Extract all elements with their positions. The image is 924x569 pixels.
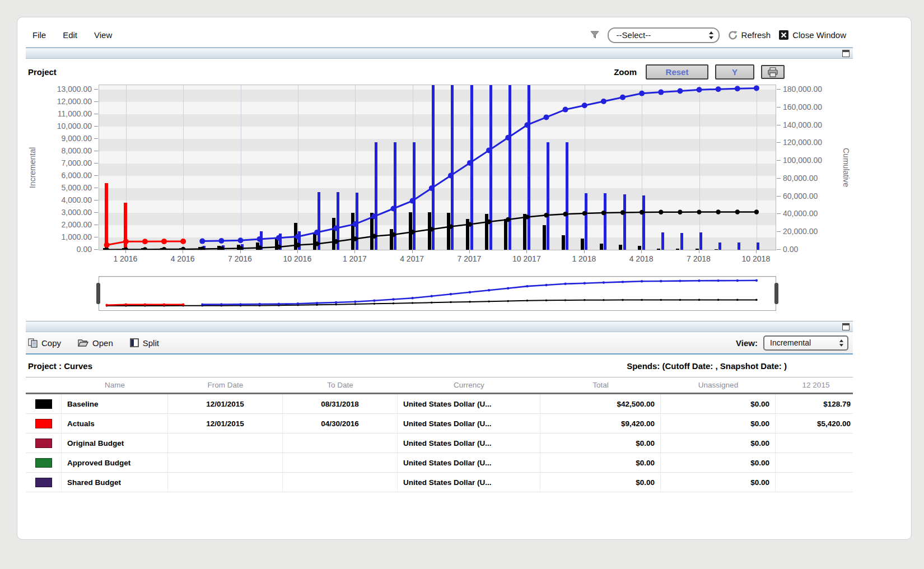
overview-point-blue_cum <box>411 297 413 299</box>
chart-body: Incremental 0.001,000.002,000.003,000.00… <box>26 85 853 250</box>
overview-point-blue_cum <box>698 279 700 282</box>
table-cell: United States Dollar (U... <box>398 473 540 492</box>
overview-point-actuals_cum <box>125 304 127 306</box>
table-header-name[interactable]: Name <box>62 377 168 393</box>
overview-point-blue_cum <box>469 291 471 293</box>
curve-swatch-cell <box>26 473 62 492</box>
table-cell: $42,500.00 <box>540 394 661 413</box>
menu-view[interactable]: View <box>94 30 112 40</box>
point-actuals_cum <box>180 239 186 244</box>
overview-point-blue_cum <box>755 279 758 282</box>
point-baseline_cum <box>582 211 587 216</box>
table-row[interactable]: Actuals12/01/201504/30/2016United States… <box>26 414 853 433</box>
table-header-unassigned[interactable]: Unassigned <box>661 377 776 393</box>
filter-select[interactable]: --Select-- <box>608 27 720 43</box>
x-axis-tick-label: 1 2017 <box>343 254 367 263</box>
table-header-total[interactable]: Total <box>540 377 661 393</box>
filter-icon <box>590 31 600 40</box>
split-label: Split <box>143 338 159 348</box>
x-axis-tick <box>641 250 642 253</box>
point-baseline_cum <box>487 220 491 224</box>
refresh-button[interactable]: Refresh <box>727 30 771 40</box>
plot-area[interactable] <box>99 85 776 250</box>
left-axis-tick-label: 3,000.00 <box>62 208 92 217</box>
overview-point-blue_cum <box>622 281 624 283</box>
table-header-to-date[interactable]: To Date <box>283 377 398 393</box>
overview-lines <box>99 277 776 310</box>
curve-color-swatch <box>35 419 52 428</box>
point-actuals_cum <box>123 239 129 244</box>
right-axis-tick-label: 120,000.00 <box>783 138 822 147</box>
point-actuals_cum <box>142 239 148 244</box>
x-axis: 1 20164 20167 201610 20161 20174 20177 2… <box>26 250 853 267</box>
copy-icon <box>28 338 38 348</box>
point-baseline_cum <box>563 212 567 216</box>
x-axis-labels: 1 20164 20167 201610 20161 20174 20177 2… <box>99 250 776 267</box>
view-select[interactable]: Incremental <box>763 335 848 351</box>
close-window-button[interactable]: Close Window <box>778 30 846 40</box>
menu-file[interactable]: File <box>32 30 46 40</box>
x-axis-tick-label: 10 2017 <box>512 254 541 263</box>
point-blue_cum <box>544 114 549 120</box>
table-header-currency[interactable]: Currency <box>398 377 540 393</box>
right-axis-tick-label: 160,000.00 <box>783 102 822 111</box>
overview-plot[interactable] <box>99 276 776 311</box>
overview-point-blue_cum <box>603 281 605 283</box>
chart-header: Project Zoom Reset Y <box>26 59 853 85</box>
x-axis-tick-label: 4 2018 <box>629 254 654 263</box>
point-blue_cum <box>677 88 683 94</box>
point-blue_cum <box>467 160 473 166</box>
table-cell: United States Dollar (U... <box>398 453 540 472</box>
table-cell <box>283 433 398 453</box>
point-baseline_cum <box>544 213 548 217</box>
overview-line-blue_cum <box>202 281 757 305</box>
point-blue_cum <box>524 122 530 128</box>
point-blue_cum <box>697 87 702 92</box>
table-row[interactable]: Approved BudgetUnited States Dollar (U..… <box>26 453 853 473</box>
zoom-y-button[interactable]: Y <box>715 64 754 80</box>
range-handle-right[interactable] <box>774 283 778 304</box>
point-baseline_cum <box>219 246 223 250</box>
table-row[interactable]: Original BudgetUnited States Dollar (U..… <box>26 433 853 453</box>
table-row[interactable]: Baseline12/01/201508/31/2018United State… <box>26 394 853 414</box>
maximize-icon[interactable] <box>842 323 850 330</box>
left-axis-tick-label: 10,000.00 <box>57 122 92 130</box>
table-cell: $0.00 <box>540 473 661 492</box>
range-handle-left[interactable] <box>96 283 100 304</box>
point-blue_cum <box>199 239 205 244</box>
table-header-from-date[interactable]: From Date <box>168 377 283 393</box>
open-button[interactable]: Open <box>78 338 113 348</box>
right-axis-tick-label: 80,000.00 <box>783 174 818 183</box>
maximize-icon[interactable] <box>842 50 850 57</box>
table-header-12-2015[interactable]: 12 2015 <box>776 377 853 393</box>
print-button[interactable] <box>761 65 785 79</box>
table-cell: $0.00 <box>661 453 776 472</box>
curve-swatch-cell <box>26 433 62 453</box>
zoom-reset-button[interactable]: Reset <box>646 64 708 80</box>
overview-point-baseline_cum <box>584 299 586 301</box>
x-axis-tick-label: 7 2018 <box>687 254 711 263</box>
view-label: View: <box>736 338 758 348</box>
overview-point-baseline_cum <box>545 300 548 302</box>
panel-splitter-top[interactable] <box>26 48 853 59</box>
split-button[interactable]: Split <box>130 338 159 348</box>
overview-point-blue_cum <box>679 279 681 282</box>
table-cell <box>168 453 283 472</box>
overview-point-baseline_cum <box>622 299 624 301</box>
table-row[interactable]: Shared BudgetUnited States Dollar (U...$… <box>26 473 853 492</box>
copy-button[interactable]: Copy <box>28 338 61 348</box>
overview-point-blue_cum <box>373 300 375 302</box>
overview-point-blue_cum <box>431 295 433 297</box>
point-blue_cum <box>391 206 396 212</box>
overview-point-blue_cum <box>660 280 662 282</box>
x-axis-tick <box>584 250 585 253</box>
x-axis-tick <box>526 250 527 253</box>
table-cell <box>283 473 398 492</box>
overview-point-baseline_cum <box>412 302 414 304</box>
table-cell: $0.00 <box>661 414 776 433</box>
x-axis-tick-label: 1 2016 <box>113 254 137 263</box>
table-cell: Approved Budget <box>62 453 168 472</box>
menu-edit[interactable]: Edit <box>63 30 77 40</box>
panel-splitter-bottom[interactable] <box>26 321 853 332</box>
right-axis-title: Cumulative <box>839 85 853 250</box>
